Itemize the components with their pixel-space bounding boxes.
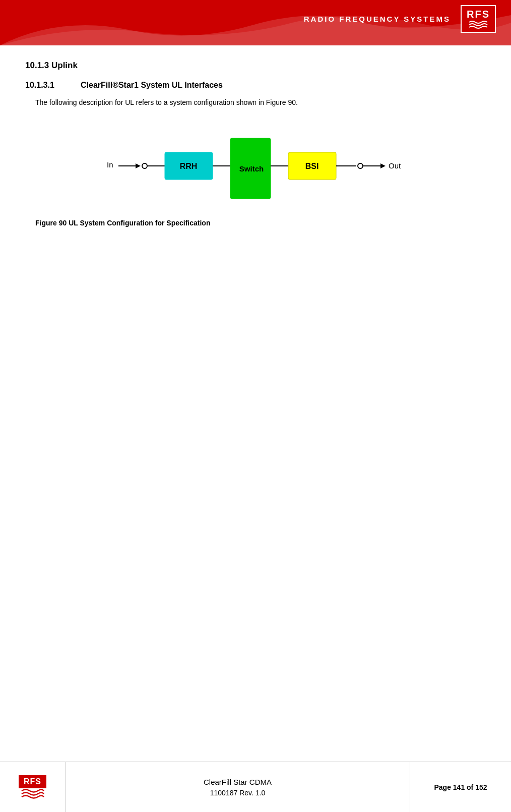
- footer-center: ClearFill Star CDMA 1100187 Rev. 1.0: [66, 762, 410, 812]
- subsection-title: 10.1.3.1 ClearFill®Star1 System UL Inter…: [25, 81, 486, 90]
- figure-caption: Figure 90 UL System Configuration for Sp…: [35, 219, 486, 227]
- footer-logo-cell: RFS: [0, 762, 66, 812]
- footer-doc-rev: 1100187 Rev. 1.0: [210, 789, 266, 797]
- page-header: RADIO FREQUENCY SYSTEMS RFS: [0, 0, 511, 45]
- system-diagram: In RRH Switch BSI: [99, 123, 412, 209]
- page-number: Page 141 of 152: [434, 783, 487, 791]
- section-title: 10.1.3 Uplink: [25, 61, 486, 71]
- bsi-label: BSI: [305, 162, 319, 170]
- svg-marker-2: [136, 163, 141, 168]
- subsection-heading: ClearFill®Star1 System UL Interfaces: [81, 81, 223, 90]
- rrh-label: RRH: [180, 162, 198, 170]
- svg-point-3: [142, 163, 147, 168]
- footer-rfs-logo: RFS: [19, 775, 46, 799]
- switch-label: Switch: [239, 164, 264, 173]
- subsection-number: 10.1.3.1: [25, 81, 66, 90]
- out-label: Out: [389, 161, 401, 170]
- header-logo-area: RADIO FREQUENCY SYSTEMS RFS: [304, 5, 496, 33]
- page-footer: RFS ClearFill Star CDMA 1100187 Rev. 1.0…: [0, 762, 511, 812]
- main-content: 10.1.3 Uplink 10.1.3.1 ClearFill®Star1 S…: [0, 45, 511, 252]
- footer-page-cell: Page 141 of 152: [410, 762, 511, 812]
- description-text: The following description for UL refers …: [35, 97, 486, 108]
- footer-brand: RFS: [19, 775, 46, 788]
- rfs-brand: RFS: [467, 9, 490, 20]
- rfs-waves-icon: [468, 20, 488, 29]
- svg-point-8: [358, 163, 363, 168]
- in-label: In: [107, 160, 113, 169]
- svg-marker-10: [380, 163, 386, 168]
- header-title: RADIO FREQUENCY SYSTEMS: [304, 15, 451, 23]
- footer-doc-title: ClearFill Star CDMA: [204, 778, 272, 786]
- footer-waves-icon: [21, 788, 45, 799]
- diagram-container: In RRH Switch BSI: [25, 123, 486, 209]
